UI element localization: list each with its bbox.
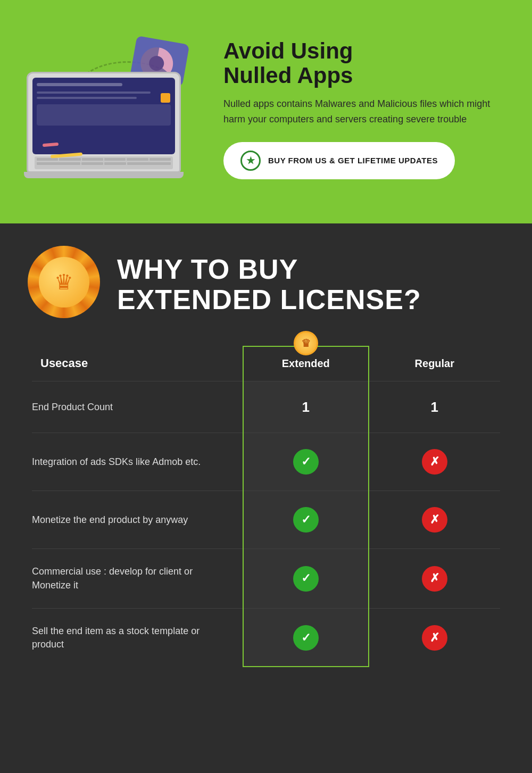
extended-crown-icon: ♛ — [301, 337, 311, 350]
star-badge-icon: ★ — [240, 151, 261, 171]
check-icon: ✓ — [293, 625, 319, 651]
top-content: Avoid Using Nulled Apps Nulled apps cont… — [223, 39, 500, 179]
header-regular: Regular — [369, 346, 500, 381]
accent-square — [161, 93, 170, 103]
extended-cell: ✓ — [243, 608, 369, 667]
x-icon: ✗ — [422, 566, 447, 592]
why-header: ♛ WHY TO BUY EXTENDED LICENSE? — [32, 250, 500, 319]
x-icon: ✗ — [422, 449, 447, 475]
page-title: Avoid Using Nulled Apps — [223, 39, 500, 88]
extended-cell: ✓ — [243, 433, 369, 491]
bottom-section: ♛ WHY TO BUY EXTENDED LICENSE? Usecase — [0, 223, 532, 694]
check-icon: ✓ — [293, 449, 319, 475]
x-icon: ✗ — [422, 507, 447, 533]
regular-cell: 1 — [369, 381, 500, 433]
extended-cell: ✓ — [243, 549, 369, 608]
table-row: Commercial use : develop for client or M… — [32, 549, 500, 608]
regular-cell: ✗ — [369, 491, 500, 549]
star-icon: ★ — [246, 155, 255, 167]
table-row: Integration of ads SDKs like Admob etc.✓… — [32, 433, 500, 491]
medal-badge: ♛ — [32, 250, 101, 319]
usecase-cell: Monetize the end product by anyway — [32, 491, 243, 549]
laptop-screen — [27, 72, 181, 173]
check-icon: ✓ — [293, 566, 319, 592]
usecase-cell: Integration of ads SDKs like Admob etc. — [32, 433, 243, 491]
buy-button[interactable]: ★ BUY FROM US & GET LIFETIME UPDATES — [223, 142, 455, 179]
header-extended: ♛ Extended — [243, 346, 369, 381]
medal-outer-ring: ♛ — [32, 250, 96, 314]
extended-cell: ✓ — [243, 491, 369, 549]
header-usecase: Usecase — [32, 346, 243, 381]
laptop-stand — [24, 172, 184, 178]
top-description: Nulled apps contains Malwares and Malici… — [223, 96, 500, 127]
medal-inner: ♛ — [39, 257, 89, 307]
regular-cell: ✗ — [369, 549, 500, 608]
buy-button-label: BUY FROM US & GET LIFETIME UPDATES — [268, 156, 438, 165]
why-title-text: WHY TO BUY EXTENDED LICENSE? — [117, 254, 421, 315]
extended-crown: ♛ — [294, 331, 318, 355]
table-row: End Product Count11 — [32, 381, 500, 433]
x-icon: ✗ — [422, 625, 447, 651]
license-table-wrapper: Usecase ♛ Extended Regular End Product C… — [32, 346, 500, 667]
laptop-illustration — [21, 29, 202, 189]
top-section: Avoid Using Nulled Apps Nulled apps cont… — [0, 0, 532, 223]
usecase-cell: End Product Count — [32, 381, 243, 433]
regular-cell: ✗ — [369, 608, 500, 667]
regular-cell: ✗ — [369, 433, 500, 491]
why-title: WHY TO BUY EXTENDED LICENSE? — [117, 254, 421, 315]
table-header-row: Usecase ♛ Extended Regular — [32, 346, 500, 381]
check-icon: ✓ — [293, 507, 319, 533]
usecase-cell: Sell the end item as a stock template or… — [32, 608, 243, 667]
usecase-cell: Commercial use : develop for client or M… — [32, 549, 243, 608]
table-row: Sell the end item as a stock template or… — [32, 608, 500, 667]
extended-cell: 1 — [243, 381, 369, 433]
table-row: Monetize the end product by anyway✓✗ — [32, 491, 500, 549]
crown-icon: ♛ — [54, 270, 73, 294]
license-table: Usecase ♛ Extended Regular End Product C… — [32, 346, 500, 667]
